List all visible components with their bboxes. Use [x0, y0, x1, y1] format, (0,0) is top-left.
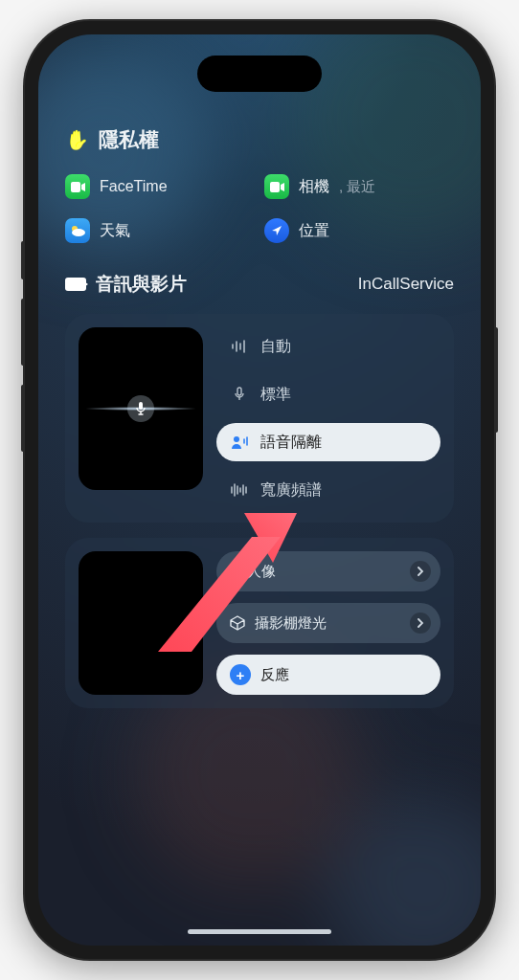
svg-rect-1: [270, 182, 280, 192]
mic-mode-auto[interactable]: 自動: [216, 327, 440, 366]
app-camera[interactable]: 相機 , 最近: [264, 174, 454, 199]
app-facetime[interactable]: FaceTime: [65, 174, 255, 199]
privacy-hand-icon: ✋: [65, 128, 89, 151]
mic-preview-thumbnail[interactable]: [79, 327, 203, 490]
svg-point-13: [234, 436, 239, 442]
chevron-right-icon: [410, 612, 431, 634]
camera-icon: [264, 174, 289, 199]
dynamic-island: [197, 56, 322, 92]
waveform-auto-icon: [230, 340, 249, 353]
volume-down-button: [21, 385, 25, 452]
person-voice-icon: [230, 434, 249, 450]
microphone-icon: [230, 387, 249, 402]
svg-rect-11: [237, 388, 241, 395]
phone-frame: ✋ 隱私權 FaceTime 相機 , 最近: [25, 21, 494, 959]
av-section-header: 音訊與影片 InCallService: [65, 272, 454, 297]
home-indicator[interactable]: [188, 929, 331, 934]
app-label: 天氣: [100, 221, 130, 241]
video-icon: [65, 278, 86, 291]
option-label: 寬廣頻譜: [260, 480, 322, 501]
chevron-right-icon: [410, 561, 431, 582]
option-label: 自動: [260, 337, 291, 357]
screen: ✋ 隱私權 FaceTime 相機 , 最近: [38, 34, 481, 946]
app-label: 位置: [299, 221, 329, 241]
video-effect-studio-light[interactable]: 攝影棚燈光: [216, 603, 440, 643]
app-label: FaceTime: [100, 178, 168, 195]
app-sublabel: , 最近: [339, 178, 375, 196]
option-label: 攝影棚燈光: [255, 614, 400, 633]
microphone-icon: [127, 395, 154, 422]
waveform-wide-icon: [230, 483, 249, 497]
volume-up-button: [21, 299, 25, 366]
mic-modes-panel: 自動 標準 語音隔離: [65, 314, 454, 523]
recent-apps-grid: FaceTime 相機 , 最近 天氣: [65, 174, 454, 243]
svg-point-3: [72, 229, 85, 236]
option-label: 標準: [260, 385, 291, 405]
side-button: [21, 241, 25, 279]
privacy-header: ✋ 隱私權: [65, 126, 454, 153]
app-location[interactable]: 位置: [264, 218, 454, 243]
f-aperture-icon: ƒ: [230, 564, 237, 580]
video-effect-reactions[interactable]: + 反應: [216, 655, 440, 695]
privacy-title: 隱私權: [99, 126, 159, 153]
video-preview-thumbnail[interactable]: [79, 551, 203, 695]
power-button: [494, 327, 498, 433]
option-label: 反應: [260, 666, 431, 684]
app-label: 相機: [299, 177, 329, 197]
svg-rect-0: [71, 182, 80, 192]
option-label: 人像: [247, 563, 401, 581]
cube-icon: [230, 615, 245, 631]
section-title: 音訊與影片: [96, 272, 187, 297]
svg-rect-4: [139, 402, 143, 410]
weather-icon: [65, 218, 90, 243]
mic-mode-voice-isolation[interactable]: 語音隔離: [216, 423, 440, 461]
location-icon: [264, 218, 289, 243]
facetime-icon: [65, 174, 90, 199]
app-weather[interactable]: 天氣: [65, 218, 255, 243]
service-name: InCallService: [358, 275, 454, 294]
mic-mode-wide-spectrum[interactable]: 寬廣頻譜: [216, 471, 440, 509]
plus-icon: +: [230, 664, 251, 685]
video-effect-portrait[interactable]: ƒ 人像: [216, 551, 440, 591]
option-label: 語音隔離: [260, 433, 322, 453]
mic-mode-standard[interactable]: 標準: [216, 375, 440, 413]
video-effects-panel: ƒ 人像 攝影棚燈光: [65, 538, 454, 708]
